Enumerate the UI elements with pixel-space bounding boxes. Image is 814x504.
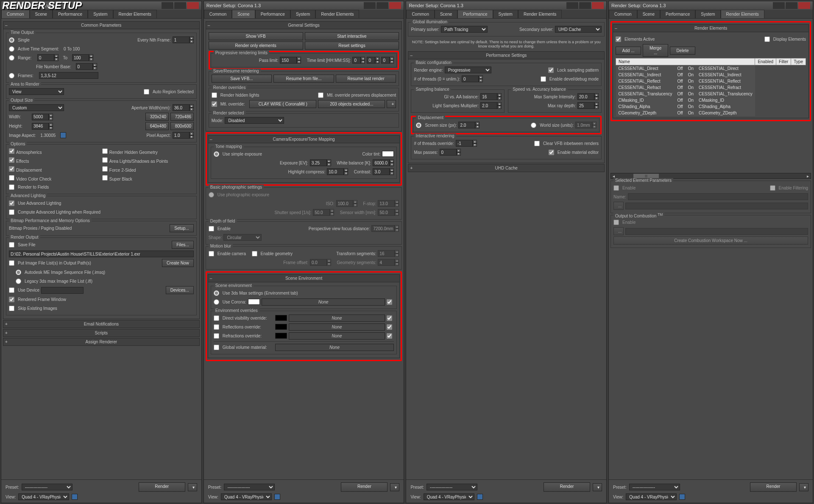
preserve-displacement-checkbox[interactable] [318, 92, 323, 98]
exclude-objects-button[interactable]: 203 objects excluded... [318, 100, 385, 108]
use-max-env-radio[interactable] [214, 290, 219, 296]
mtl-override-slot[interactable]: CLAY WIRE ( CoronaMtl ) [249, 100, 316, 108]
iso-spinner[interactable]: ▲▼ [336, 200, 357, 207]
scripts-rollout[interactable]: +Scripts [3, 329, 200, 337]
render-button[interactable]: Render [544, 482, 590, 492]
refractions-override-checkbox[interactable] [214, 333, 219, 339]
tab-system[interactable]: System [290, 10, 315, 18]
render-fields-checkbox[interactable] [9, 184, 14, 190]
render-elements-header[interactable]: –Render Elements [613, 24, 809, 32]
max-sample-spinner[interactable]: ▲▼ [577, 93, 599, 100]
mblur-camera-checkbox[interactable] [209, 251, 214, 256]
devices-button[interactable]: Devices... [166, 286, 194, 294]
secondary-solver-select[interactable]: UHD Cache [555, 26, 602, 33]
contrast-spinner[interactable]: ▲▼ [373, 168, 394, 175]
refract-swatch[interactable] [275, 333, 287, 339]
enable-filtering-checkbox[interactable] [770, 185, 775, 191]
browse-output-button[interactable]: ... [613, 202, 624, 210]
direct-override-checkbox[interactable] [214, 315, 219, 321]
fstop-spinner[interactable]: ▲▼ [378, 200, 399, 207]
use-advanced-lighting-checkbox[interactable] [9, 200, 14, 206]
tab-scene[interactable]: Scene [30, 10, 53, 18]
view-select[interactable]: Quad 4 - VRayPhysic [18, 493, 69, 500]
resume-from-file-button[interactable]: Resume from file... [273, 75, 334, 83]
save-file-checkbox[interactable] [9, 242, 14, 248]
preset-select[interactable]: ---------------- [427, 484, 477, 490]
render-selected-mode[interactable]: Disabled [225, 117, 284, 124]
lock-icon[interactable] [679, 494, 685, 500]
world-size-spinner[interactable]: ▲▼ [575, 122, 597, 128]
direct-map-enable[interactable] [387, 315, 392, 321]
render-button[interactable]: Render [139, 482, 185, 492]
close-icon[interactable] [187, 2, 199, 9]
table-row[interactable]: CESSENTIAL_IndirectOffOnCESSENTIAL_Indir… [616, 72, 755, 78]
minimize-icon[interactable] [364, 2, 376, 9]
render-only-elements-button[interactable]: Render only elements [209, 42, 303, 50]
global-volume-map[interactable]: None [275, 344, 394, 351]
preset-640x480[interactable]: 640x480 [145, 122, 169, 130]
tab-scene[interactable]: Scene [637, 10, 660, 18]
close-icon[interactable] [798, 2, 810, 9]
tab-render-elements[interactable]: Render Elements [721, 10, 764, 18]
perspective-focus-spinner[interactable]: ▲▼ [371, 225, 399, 232]
col-type[interactable]: Type [791, 58, 806, 65]
video-color-checkbox[interactable] [9, 175, 14, 181]
browse-combustion-button[interactable]: ... [613, 227, 624, 235]
camera-exposure-header[interactable]: –Camera/Exposure/Tone Mapping [208, 135, 400, 143]
mblur-geometry-checkbox[interactable] [252, 251, 257, 256]
tab-performance[interactable]: Performance [457, 10, 493, 18]
force-2sided-checkbox[interactable] [102, 166, 108, 172]
clear-vfb-checkbox[interactable] [534, 141, 540, 146]
output-size-select[interactable]: Custom [9, 104, 64, 111]
auto-region-checkbox[interactable] [144, 89, 149, 95]
exposure-spinner[interactable]: ▲▼ [310, 159, 331, 166]
put-image-list-checkbox[interactable] [9, 260, 14, 266]
radio-legacy-ifl[interactable] [16, 278, 21, 284]
elements-table[interactable]: Name Enabled Filter Type CESSENTIAL_Dire… [616, 58, 806, 116]
time-m-spinner[interactable]: ▲▼ [367, 57, 379, 64]
minimize-icon[interactable] [566, 2, 578, 9]
view-select[interactable]: Quad 4 - VRayPhysic [424, 493, 474, 500]
reflect-map[interactable]: None [289, 323, 385, 331]
lock-icon[interactable] [60, 132, 66, 138]
render-dropdown-icon[interactable]: ▾ [799, 483, 808, 491]
corona-env-enable[interactable] [387, 299, 392, 305]
radio-active-segment[interactable] [9, 46, 14, 52]
global-volume-checkbox[interactable] [214, 345, 219, 350]
render-button[interactable]: Render [750, 482, 797, 492]
preset-720x486[interactable]: 720x486 [170, 113, 194, 121]
assign-renderer-rollout[interactable]: +Assign Renderer [3, 338, 200, 346]
screen-size-spinner[interactable]: ▲▼ [458, 122, 479, 128]
minimize-icon[interactable] [162, 2, 173, 9]
reset-settings-button[interactable]: Reset settings [305, 42, 399, 50]
corona-env-swatch[interactable] [248, 299, 260, 305]
view-select[interactable]: Quad 4 - VRayPhysic [626, 493, 677, 500]
transform-segments-spinner[interactable]: ▲▼ [378, 250, 399, 257]
render-dropdown-icon[interactable]: ▾ [593, 483, 602, 491]
preset-select[interactable]: ---------------- [629, 484, 680, 490]
maximize-icon[interactable] [376, 2, 388, 9]
sensor-spinner[interactable]: ▲▼ [378, 209, 399, 216]
col-filter[interactable]: Filter [776, 58, 791, 65]
preset-800x600[interactable]: 800x600 [170, 122, 194, 130]
height-spinner[interactable]: ▲▼ [32, 123, 53, 130]
render-dropdown-icon[interactable]: ▾ [188, 483, 197, 491]
mtl-override-checkbox[interactable] [212, 101, 217, 107]
tab-system[interactable]: System [493, 10, 518, 18]
every-nth-spinner[interactable]: ▲▼ [173, 36, 194, 43]
effects-checkbox[interactable] [9, 157, 14, 163]
reflect-map-enable[interactable] [387, 324, 392, 330]
reflect-swatch[interactable] [275, 324, 287, 330]
threads-override-spinner[interactable]: ▲▼ [456, 140, 477, 147]
primary-solver-select[interactable]: Path Tracing [441, 26, 488, 33]
table-row[interactable]: CESSENTIAL_TranslucencyOffOnCESSENTIAL_T… [616, 91, 755, 97]
tab-performance[interactable]: Performance [53, 10, 88, 18]
devel-debug-checkbox[interactable] [541, 76, 546, 82]
element-enable-checkbox[interactable] [613, 185, 619, 191]
light-samples-spinner[interactable]: ▲▼ [480, 102, 502, 109]
tab-performance[interactable]: Performance [660, 10, 695, 18]
tab-common[interactable]: Common [1, 10, 30, 18]
table-row[interactable]: CGeometry_ZDepthOffOnCGeometry_ZDepth [616, 110, 755, 116]
start-interactive-button[interactable]: Start interactive [305, 32, 399, 40]
radio-range[interactable] [9, 55, 14, 61]
